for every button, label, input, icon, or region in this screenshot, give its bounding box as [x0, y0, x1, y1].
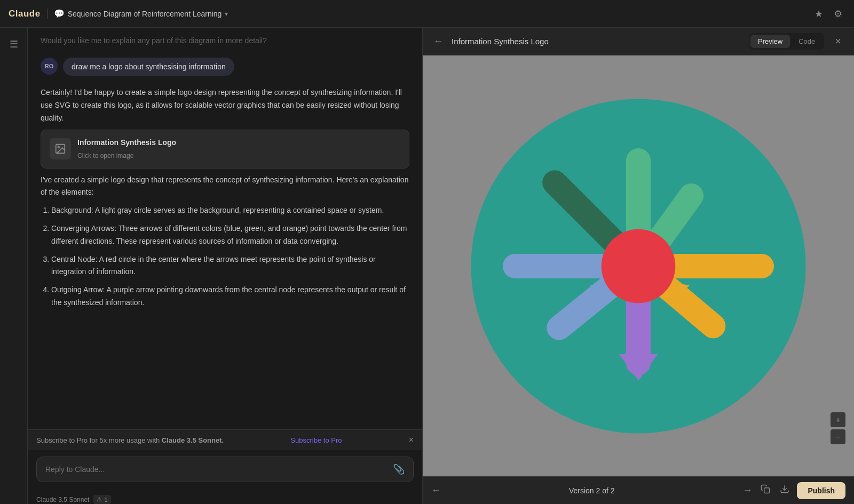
chat-bubble-icon: 💬: [54, 9, 65, 19]
user-bubble: draw me a logo about synthesising inform…: [63, 58, 234, 76]
copy-button[interactable]: [758, 482, 772, 499]
preview-title: Information Synthesis Logo: [452, 37, 742, 46]
star-button[interactable]: ★: [811, 6, 826, 22]
zoom-controls: + −: [831, 412, 845, 444]
input-box: 📎: [36, 457, 414, 482]
svg-point-19: [602, 229, 676, 303]
preview-close-button[interactable]: ×: [831, 33, 845, 50]
subscribe-banner: Subscribe to Pro for 5x more usage with …: [28, 429, 422, 450]
app-logo: Claude: [9, 9, 41, 19]
zoom-out-button[interactable]: −: [831, 429, 845, 444]
topbar: Claude 💬 Sequence Diagram of Reinforceme…: [0, 0, 854, 28]
preview-footer: ← Version 2 of 2 → Publish: [423, 476, 854, 504]
logo-svg: [462, 90, 815, 442]
list-item: Central Node: A red circle in the center…: [51, 253, 409, 279]
warning-icon: ⚠: [97, 496, 102, 503]
sidebar-toggle-button[interactable]: ☰: [5, 34, 22, 54]
svg-rect-20: [764, 488, 770, 493]
explanation-list: Background: A light gray circle serves a…: [41, 204, 409, 309]
version-label: Version 2 of 2: [447, 486, 736, 495]
chat-panel: Would you like me to explain any part of…: [28, 28, 423, 504]
user-avatar: RO: [41, 58, 58, 75]
list-item: Outgoing Arrow: A purple arrow pointing …: [51, 284, 409, 309]
attach-button[interactable]: 📎: [393, 463, 405, 475]
topbar-actions: ★ ⚙: [811, 6, 845, 22]
preview-content: + −: [423, 55, 854, 476]
list-item: Converging Arrows: Three arrows of diffe…: [51, 222, 409, 248]
image-card-title: Information Synthesis Logo: [77, 137, 176, 149]
faded-message: Would you like me to explain any part of…: [41, 36, 409, 49]
settings-button[interactable]: ⚙: [831, 6, 845, 22]
svg-point-1: [58, 147, 59, 148]
tab-preview[interactable]: Preview: [750, 35, 790, 48]
preview-header: ← Information Synthesis Logo Preview Cod…: [423, 28, 854, 55]
model-info: Claude 3.5 Sonnet ⚠ 1: [28, 491, 422, 504]
version-prev-button[interactable]: ←: [431, 485, 441, 496]
input-area: 📎: [28, 450, 422, 491]
zoom-in-button[interactable]: +: [831, 412, 845, 427]
main-layout: ☰ Would you like me to explain any part …: [0, 28, 854, 504]
chat-messages: Would you like me to explain any part of…: [28, 28, 422, 429]
preview-tabs: Preview Code: [749, 33, 824, 50]
warning-count: 1: [104, 497, 107, 503]
version-next-button[interactable]: →: [742, 485, 752, 496]
image-card[interactable]: Information Synthesis Logo Click to open…: [41, 130, 409, 168]
warning-badge: ⚠ 1: [93, 495, 110, 504]
chevron-down-icon[interactable]: ▾: [225, 10, 228, 18]
image-card-subtitle: Click to open image: [77, 150, 176, 161]
tab-code[interactable]: Code: [791, 35, 823, 48]
user-message: RO draw me a logo about synthesising inf…: [41, 58, 409, 76]
left-sidebar: ☰: [0, 28, 28, 504]
image-card-icon: [50, 138, 71, 159]
topbar-title-area: 💬 Sequence Diagram of Reinforcement Lear…: [54, 9, 805, 19]
image-card-info: Information Synthesis Logo Click to open…: [77, 137, 176, 161]
model-name: Claude 3.5 Sonnet: [36, 496, 89, 503]
ai-body-text: I've created a simple logo design that r…: [41, 174, 409, 199]
banner-highlight: Claude 3.5 Sonnet.: [162, 436, 224, 444]
conversation-title: Sequence Diagram of Reinforcement Learni…: [68, 10, 222, 18]
list-item: Background: A light gray circle serves a…: [51, 204, 409, 217]
preview-back-button[interactable]: ←: [431, 34, 445, 49]
ai-intro-text: Certainly! I'd be happy to create a simp…: [41, 86, 409, 124]
download-button[interactable]: [778, 482, 792, 499]
banner-close-button[interactable]: ×: [409, 435, 414, 445]
chat-input[interactable]: [45, 465, 388, 474]
subscribe-pro-link[interactable]: Subscribe to Pro: [290, 436, 342, 444]
preview-panel: ← Information Synthesis Logo Preview Cod…: [423, 28, 854, 504]
ai-message: Certainly! I'd be happy to create a simp…: [41, 84, 409, 311]
footer-actions: Publish: [758, 482, 845, 499]
publish-button[interactable]: Publish: [797, 482, 845, 499]
topbar-divider: [47, 9, 48, 19]
banner-text: Subscribe to Pro for 5x more usage with …: [36, 436, 224, 444]
